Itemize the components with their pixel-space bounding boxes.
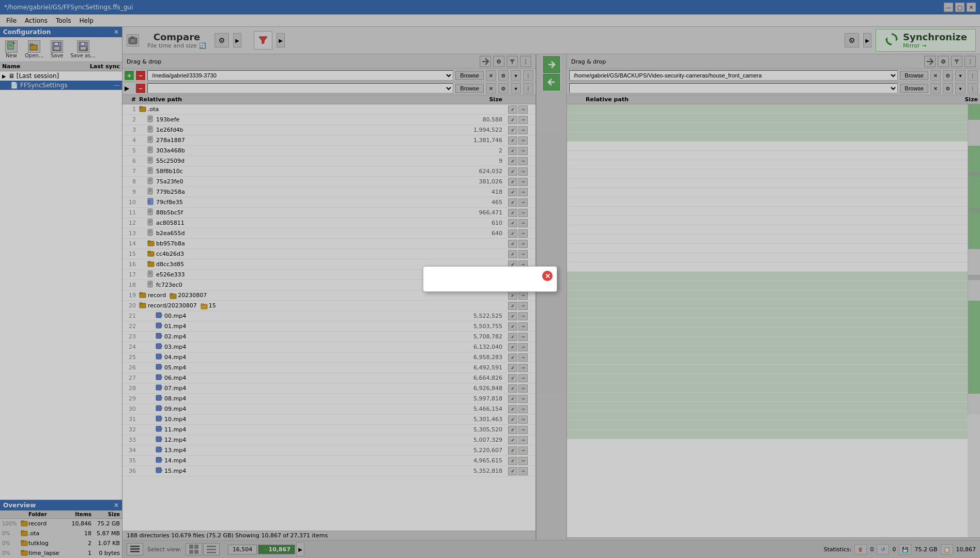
modal-overlay: ✕ [0,0,980,558]
modal-close-button[interactable]: ✕ [542,271,553,281]
modal-dialog: ✕ [423,266,557,292]
